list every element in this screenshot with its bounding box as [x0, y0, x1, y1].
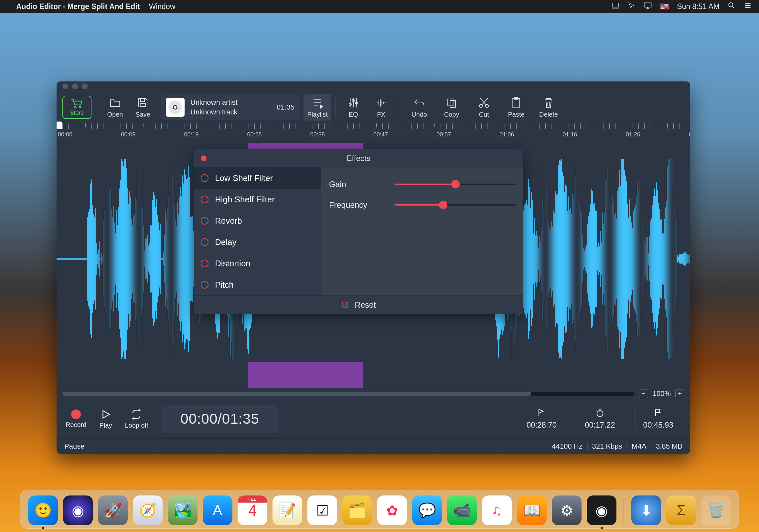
effect-item[interactable]: Distortion	[194, 253, 321, 274]
paste-button[interactable]: Paste	[500, 94, 533, 121]
selection-region-bottom[interactable]	[248, 362, 363, 388]
svg-rect-116	[184, 169, 185, 349]
dock-app-safari[interactable]: 🧭	[133, 495, 163, 525]
svg-rect-628	[680, 254, 681, 264]
cut-button[interactable]: Cut	[468, 94, 500, 121]
eq-button[interactable]: EQ	[340, 94, 367, 121]
svg-rect-96	[165, 211, 166, 306]
waveform-area[interactable]: Effects Low Shelf FilterHigh Shelf Filte…	[57, 143, 690, 388]
dock-app-siri[interactable]: ◉	[63, 495, 93, 525]
svg-rect-33	[104, 210, 104, 307]
dock-app-messages[interactable]: 💬	[412, 495, 442, 525]
record-button[interactable]: Record	[66, 409, 86, 429]
svg-rect-99	[168, 197, 168, 321]
svg-rect-37	[108, 184, 108, 334]
svg-rect-45	[115, 233, 116, 285]
svg-rect-627	[679, 254, 680, 263]
save-button[interactable]: Save	[129, 94, 157, 121]
dock-app-audio-editor[interactable]: ◉	[587, 495, 617, 525]
svg-rect-576	[630, 216, 631, 302]
svg-rect-488	[545, 183, 545, 335]
dock-app-trash[interactable]: 🗑️	[701, 495, 731, 525]
menu-window[interactable]: Window	[149, 2, 175, 11]
dock-app-finder[interactable]: 🙂	[28, 495, 58, 525]
window-titlebar	[57, 81, 690, 91]
dock-app-downloads[interactable]: ⬇︎	[631, 495, 661, 525]
dock-app-viewer[interactable]: 🗂️	[342, 495, 372, 525]
svg-rect-52	[122, 161, 123, 357]
svg-rect-491	[547, 189, 548, 329]
svg-rect-537	[592, 191, 593, 327]
effect-item[interactable]: Reverb	[194, 210, 321, 231]
dock-app-settings[interactable]: ⚙︎	[552, 495, 581, 525]
in-point[interactable]: 00:28.70	[519, 408, 564, 430]
window-minimize-button[interactable]	[72, 83, 78, 89]
svg-rect-86	[155, 207, 156, 311]
svg-rect-587	[641, 187, 641, 331]
dock-app-notes[interactable]: 📝	[272, 495, 302, 525]
loop-button[interactable]: Loop off	[125, 409, 148, 429]
svg-rect-544	[599, 246, 600, 272]
zoom-in-button[interactable]: +	[675, 389, 684, 398]
effects-reset-button[interactable]: Reset	[194, 295, 523, 314]
window-close-button[interactable]	[62, 83, 68, 89]
menubar-clock[interactable]: Sun 8:51 AM	[677, 2, 720, 11]
dock-app-app-store[interactable]: A	[203, 495, 232, 525]
menubar-airplay-icon[interactable]	[644, 1, 652, 12]
selection-duration[interactable]: 00:17.22	[577, 408, 622, 430]
menubar-cursor-icon[interactable]	[627, 1, 636, 12]
playlist-icon	[311, 96, 324, 109]
menubar-search-icon[interactable]	[727, 1, 736, 12]
dock-app-photos[interactable]: ✿	[377, 495, 407, 525]
svg-rect-494	[550, 229, 551, 288]
effect-item[interactable]: Delay	[194, 231, 321, 253]
svg-rect-31	[102, 256, 102, 261]
effects-close-button[interactable]	[201, 155, 207, 161]
open-button[interactable]: Open	[101, 94, 129, 121]
svg-rect-574	[628, 217, 629, 300]
copy-button[interactable]: Copy	[435, 94, 468, 121]
dock-app-calendar[interactable]: FEB4	[238, 495, 267, 525]
undo-button[interactable]: Undo	[403, 94, 435, 121]
store-button[interactable]: Store	[62, 96, 92, 119]
play-button[interactable]: Play	[99, 409, 112, 429]
horizontal-scrollbar[interactable]	[62, 392, 635, 396]
dock-app-preview[interactable]: 🏞️	[168, 495, 197, 525]
dock-app-facetime[interactable]: 📹	[447, 495, 477, 525]
out-point[interactable]: 00:45.93	[635, 408, 681, 430]
effect-item[interactable]: Low Shelf Filter	[194, 168, 321, 189]
svg-rect-48	[118, 207, 119, 311]
svg-rect-0	[644, 3, 651, 7]
svg-rect-556	[611, 196, 611, 322]
dock-app-reminders[interactable]: ☑︎	[307, 495, 337, 525]
menubar-menu-icon[interactable]	[743, 1, 752, 12]
slider[interactable]	[395, 179, 516, 189]
window-zoom-button[interactable]	[82, 83, 88, 89]
dock-app-books[interactable]: 📖	[517, 495, 547, 525]
playhead-marker[interactable]	[57, 122, 62, 129]
effect-item[interactable]: Pitch	[194, 274, 321, 295]
slider[interactable]	[395, 200, 516, 210]
svg-rect-121	[189, 177, 190, 341]
svg-rect-521	[577, 185, 577, 332]
svg-rect-538	[593, 204, 594, 314]
svg-rect-519	[575, 175, 576, 342]
svg-rect-581	[635, 205, 635, 314]
delete-button[interactable]: Delete	[533, 94, 565, 121]
menubar-app-name[interactable]: Audio Editor - Merge Split And Edit	[16, 2, 140, 11]
fx-button[interactable]: FX	[367, 94, 395, 121]
dock-app-music[interactable]: ♫	[482, 495, 512, 525]
menubar-input-flag-icon[interactable]: 🇺🇸	[660, 2, 669, 11]
timeline-ruler[interactable]: 00:0000:0900:1900:2800:3800:4700:5701:06…	[57, 124, 690, 143]
dock-app-folder[interactable]: Σ	[666, 495, 696, 525]
menubar-display-icon[interactable]	[611, 1, 620, 12]
svg-rect-503	[559, 160, 560, 358]
svg-rect-41	[111, 209, 112, 309]
svg-rect-560	[615, 214, 615, 303]
dock-app-launchpad[interactable]: 🚀	[98, 495, 128, 525]
effect-item[interactable]: High Shelf Filter	[194, 189, 321, 210]
zoom-out-button[interactable]: −	[639, 389, 648, 398]
playlist-button[interactable]: Playlist	[303, 94, 331, 121]
svg-rect-69	[139, 176, 139, 342]
svg-rect-42	[112, 217, 113, 301]
